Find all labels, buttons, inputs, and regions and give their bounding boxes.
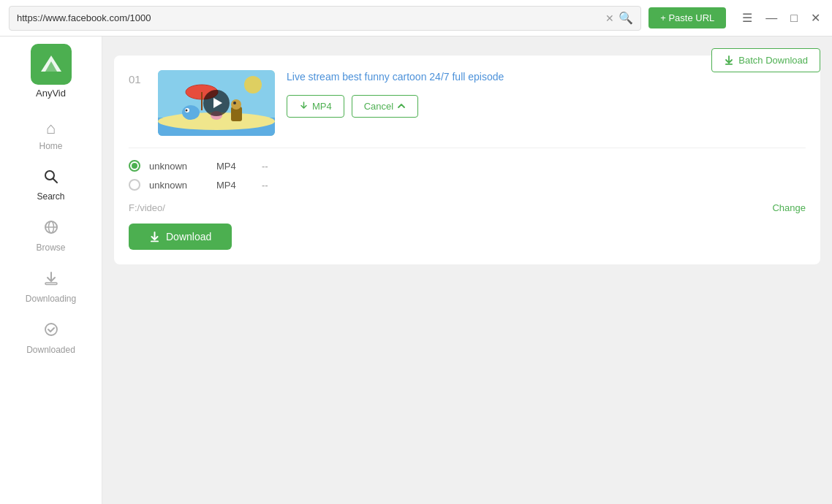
change-path-button[interactable]: Change: [772, 202, 806, 213]
video-number: 01: [129, 73, 146, 85]
maximize-button[interactable]: □: [787, 9, 801, 26]
content-area: Batch Download 01: [102, 37, 832, 504]
quality-name-1: unknown: [149, 161, 208, 172]
batch-download-label: Batch Download: [738, 55, 808, 66]
save-path-text: F:/video/: [129, 202, 165, 213]
quality-size-1: --: [262, 161, 268, 172]
url-bar: https://www.facebook.com/1000 ✕ 🔍: [9, 6, 641, 31]
quality-row-2[interactable]: unknown MP4 --: [129, 179, 806, 191]
download-label: Download: [166, 231, 211, 243]
video-thumbnail[interactable]: [158, 70, 275, 136]
cancel-button[interactable]: Cancel: [352, 95, 418, 118]
batch-download-icon: [724, 56, 734, 66]
save-path-row: F:/video/ Change: [129, 202, 806, 213]
svg-point-21: [186, 110, 188, 112]
radio-button-1[interactable]: [129, 160, 140, 172]
minimize-button[interactable]: —: [763, 9, 780, 26]
divider: [129, 148, 806, 148]
video-card: 01: [114, 56, 820, 264]
video-header: 01: [129, 70, 806, 136]
quality-name-2: unknown: [149, 180, 208, 191]
quality-format-1: MP4: [216, 161, 253, 172]
download-button[interactable]: Download: [129, 224, 232, 250]
quality-options: unknown MP4 -- unknown MP4 --: [129, 160, 806, 191]
close-icon[interactable]: ✕: [605, 12, 614, 24]
sidebar-item-home-label: Home: [39, 141, 62, 151]
search-icon: 🔍: [619, 11, 633, 25]
sidebar-item-downloaded-label: Downloaded: [26, 345, 75, 355]
url-text: https://www.facebook.com/1000: [17, 12, 601, 23]
play-button[interactable]: [203, 90, 230, 116]
search-icon: [43, 169, 59, 188]
sidebar-item-search[interactable]: Search: [0, 160, 102, 210]
download-icon: [149, 232, 160, 243]
quality-size-2: --: [262, 180, 268, 191]
app-name-label: AnyVid: [36, 88, 66, 99]
quality-row-1[interactable]: unknown MP4 --: [129, 160, 806, 172]
sidebar-item-downloading-label: Downloading: [26, 294, 76, 304]
title-bar: https://www.facebook.com/1000 ✕ 🔍 + Past…: [0, 0, 832, 37]
radio-button-2[interactable]: [129, 179, 140, 191]
svg-line-3: [53, 179, 57, 183]
video-actions: MP4 Cancel: [287, 95, 806, 118]
svg-point-19: [182, 105, 200, 120]
cancel-label: Cancel: [364, 101, 393, 112]
downloaded-icon: [43, 321, 59, 342]
quality-format-2: MP4: [216, 180, 253, 191]
svg-rect-28: [151, 240, 159, 242]
downloading-icon: [43, 270, 59, 291]
sidebar-item-browse-label: Browse: [36, 243, 65, 253]
home-icon: ⌂: [46, 119, 56, 138]
svg-rect-7: [45, 283, 57, 285]
batch-download-button[interactable]: Batch Download: [711, 48, 820, 72]
close-button[interactable]: ✕: [808, 9, 823, 26]
svg-rect-11: [725, 64, 733, 65]
download-small-icon: [299, 102, 309, 111]
sidebar: AnyVid ⌂ Home Search: [0, 37, 102, 504]
sidebar-item-browse[interactable]: Browse: [0, 210, 102, 261]
sidebar-item-downloaded[interactable]: Downloaded: [0, 313, 102, 364]
window-controls: ☰ — □ ✕: [739, 9, 823, 26]
svg-point-25: [233, 102, 236, 104]
menu-button[interactable]: ☰: [739, 9, 755, 26]
app-logo: [31, 44, 72, 85]
mp4-format-button[interactable]: MP4: [287, 95, 344, 118]
mp4-label: MP4: [312, 101, 332, 112]
video-info: Live stream best funny cartoon 24/7 full…: [287, 70, 806, 118]
chevron-up-icon: [397, 102, 406, 110]
sidebar-item-home[interactable]: ⌂ Home: [0, 110, 102, 160]
svg-point-13: [244, 76, 262, 93]
browse-icon: [43, 219, 59, 240]
svg-point-24: [231, 99, 241, 110]
main-layout: AnyVid ⌂ Home Search: [0, 37, 832, 504]
svg-point-9: [45, 324, 57, 335]
sidebar-item-downloading[interactable]: Downloading: [0, 261, 102, 313]
paste-url-button[interactable]: + Paste URL: [648, 7, 726, 28]
sidebar-item-search-label: Search: [37, 191, 64, 202]
